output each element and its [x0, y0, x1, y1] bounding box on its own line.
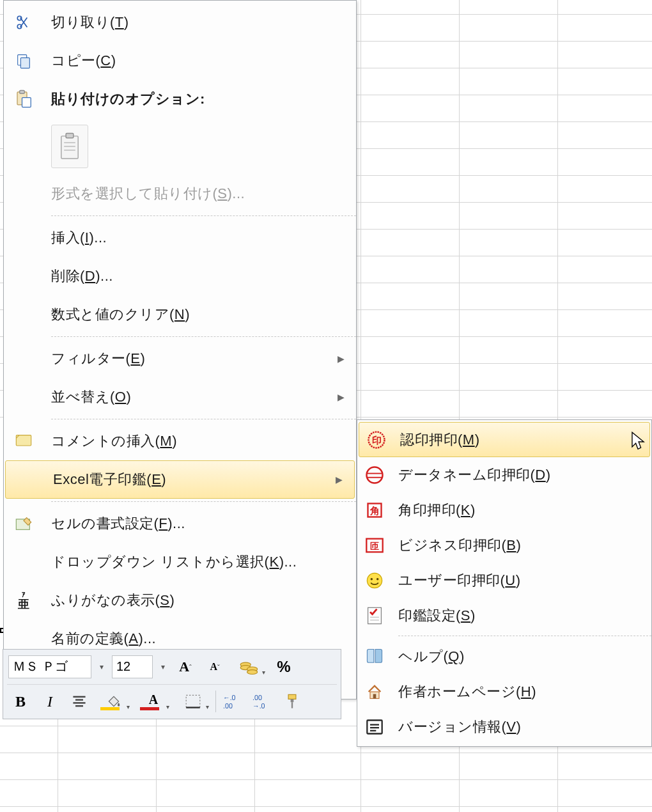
comment-icon — [4, 422, 43, 460]
decrease-decimal-button[interactable]: .00→.0 — [251, 690, 275, 713]
menu-dropdown-list[interactable]: ドロップダウン リストから選択(K)... — [4, 543, 356, 581]
menu-insert[interactable]: 挿入(I)... — [4, 219, 356, 257]
dropdown-arrow-icon[interactable]: ▾ — [158, 662, 168, 671]
submenu-arrow-icon: ▶ — [330, 354, 345, 364]
submenu-user-stamp-label: ユーザー印押印(U) — [398, 571, 640, 590]
mini-toolbar: ＭＳ Ｐゴ ▾ 12 ▾ Aˆ Aˇ ▾ % B I — [3, 649, 341, 719]
font-color-button[interactable]: A ▾ — [136, 690, 171, 713]
italic-label: I — [47, 693, 52, 710]
align-center-icon — [72, 695, 87, 708]
borders-button[interactable]: ▾ — [176, 690, 210, 713]
menu-sort-label: 並べ替え(O) — [51, 387, 330, 407]
svg-text:角: 角 — [369, 504, 380, 515]
svg-rect-3 — [20, 58, 29, 68]
menu-cut[interactable]: 切り取り(T) — [4, 3, 356, 42]
svg-rect-5 — [20, 90, 25, 93]
business-stamp-icon: 匝 — [357, 527, 392, 563]
menu-insert-comment-label: コメントの挿入(M) — [51, 432, 345, 451]
context-menu: 切り取り(T) コピー(C) 貼り付けのオプション: 形式を選択して貼り付け(S… — [3, 0, 357, 699]
accounting-format-button[interactable]: ▾ — [232, 655, 267, 678]
menu-paste-options-label: 貼り付けのオプション: — [51, 90, 345, 109]
submenu-version-info-label: バージョン情報(V) — [398, 717, 640, 737]
svg-rect-51 — [288, 695, 296, 699]
scissors-icon — [4, 3, 43, 42]
menu-filter[interactable]: フィルター(E) ▶ — [4, 340, 356, 378]
menu-cut-label: 切り取り(T) — [51, 13, 345, 32]
svg-point-26 — [371, 577, 373, 580]
dropdown-arrow-icon[interactable]: ▾ — [97, 662, 107, 671]
stamp-submenu: 印 認印押印(M) データネーム印押印(D) 角 角印押印(K) 匝 ビジネス印… — [357, 419, 652, 747]
svg-rect-45 — [186, 696, 200, 708]
menu-insert-label: 挿入(I)... — [51, 228, 345, 247]
submenu-help[interactable]: ヘルプ(Q) — [357, 639, 651, 674]
svg-point-18 — [367, 467, 383, 483]
submenu-business-stamp-label: ビジネス印押印(B) — [398, 536, 640, 555]
svg-text:.00: .00 — [223, 702, 233, 710]
border-icon — [185, 694, 201, 708]
menu-separator — [51, 215, 356, 216]
submenu-author-homepage[interactable]: 作者ホームページ(H) — [357, 674, 651, 709]
submenu-separator — [398, 636, 651, 636]
submenu-author-homepage-label: 作者ホームページ(H) — [398, 682, 640, 701]
circle-stamp-icon: 印 — [359, 423, 394, 457]
menu-format-cells[interactable]: セルの書式設定(F)... — [4, 504, 356, 543]
decrease-decimal-icon: .00→.0 — [252, 693, 273, 710]
menu-delete-label: 削除(D)... — [51, 267, 345, 286]
submenu-arrow-icon: ▶ — [328, 474, 343, 485]
submenu-stamp-settings[interactable]: 印鑑設定(S) — [357, 598, 651, 633]
submenu-user-stamp[interactable]: ユーザー印押印(U) — [357, 563, 651, 598]
fill-color-button[interactable]: ▾ — [97, 690, 131, 713]
menu-paste-options: 貼り付けのオプション: — [4, 80, 356, 118]
help-book-icon — [357, 639, 392, 674]
smiley-icon — [357, 563, 392, 598]
percent-format-button[interactable]: % — [272, 655, 296, 678]
font-size-combo[interactable]: 12 — [112, 655, 153, 678]
menu-insert-comment[interactable]: コメントの挿入(M) — [4, 422, 356, 460]
submenu-stamp-settings-label: 印鑑設定(S) — [398, 606, 640, 625]
svg-rect-32 — [373, 694, 376, 698]
format-painter-button[interactable] — [280, 690, 304, 713]
menu-sort[interactable]: 並べ替え(O) ▶ — [4, 378, 356, 416]
clipboard-icon — [58, 132, 81, 160]
submenu-square-stamp-label: 角印押印(K) — [398, 501, 640, 520]
menu-clear-label: 数式と値のクリア(N) — [51, 305, 345, 324]
svg-point-25 — [367, 573, 382, 588]
furigana-icon: ｱ亜 — [4, 581, 43, 620]
increase-decimal-button[interactable]: ←.0.00 — [221, 690, 245, 713]
font-name-combo[interactable]: ＭＳ Ｐゴ — [8, 655, 91, 678]
submenu-dataname-stamp[interactable]: データネーム印押印(D) — [357, 457, 651, 492]
svg-rect-28 — [368, 607, 382, 623]
svg-rect-52 — [291, 699, 294, 703]
menu-separator — [51, 419, 356, 419]
submenu-version-info[interactable]: バージョン情報(V) — [357, 709, 651, 744]
menu-format-cells-label: セルの書式設定(F)... — [51, 514, 345, 533]
submenu-approval-stamp[interactable]: 印 認印押印(M) — [359, 422, 650, 457]
svg-text:匝: 匝 — [370, 540, 379, 550]
menu-excel-stamp-label: Excel電子印鑑(E) — [53, 470, 328, 489]
decrease-font-button[interactable]: Aˇ — [203, 655, 227, 678]
menu-copy[interactable]: コピー(C) — [4, 42, 356, 80]
svg-text:.00: .00 — [252, 694, 262, 701]
increase-font-button[interactable]: Aˆ — [173, 655, 198, 678]
menu-show-furigana-label: ふりがなの表示(S) — [51, 591, 345, 610]
brush-icon — [284, 693, 300, 710]
paste-default-button[interactable] — [51, 125, 88, 168]
menu-show-furigana[interactable]: ｱ亜 ふりがなの表示(S) — [4, 581, 356, 620]
menu-excel-stamp[interactable]: Excel電子印鑑(E) ▶ — [5, 460, 355, 499]
bold-button[interactable]: B — [8, 690, 33, 713]
submenu-square-stamp[interactable]: 角 角印押印(K) — [357, 492, 651, 527]
menu-clear[interactable]: 数式と値のクリア(N) — [4, 295, 356, 334]
menu-delete[interactable]: 削除(D)... — [4, 257, 356, 295]
submenu-approval-stamp-label: 認印押印(M) — [400, 430, 638, 449]
coins-icon — [240, 659, 259, 675]
menu-paste-special-label: 形式を選択して貼り付け(S)... — [51, 184, 345, 203]
sheet-check-icon — [357, 598, 392, 633]
submenu-business-stamp[interactable]: 匝 ビジネス印押印(B) — [357, 527, 651, 563]
menu-separator — [51, 336, 356, 337]
svg-rect-7 — [61, 136, 78, 159]
paste-icon — [4, 80, 43, 118]
toolbar-divider — [215, 691, 216, 712]
center-align-button[interactable] — [67, 690, 91, 713]
italic-button[interactable]: I — [38, 690, 62, 713]
submenu-help-label: ヘルプ(Q) — [398, 647, 640, 666]
